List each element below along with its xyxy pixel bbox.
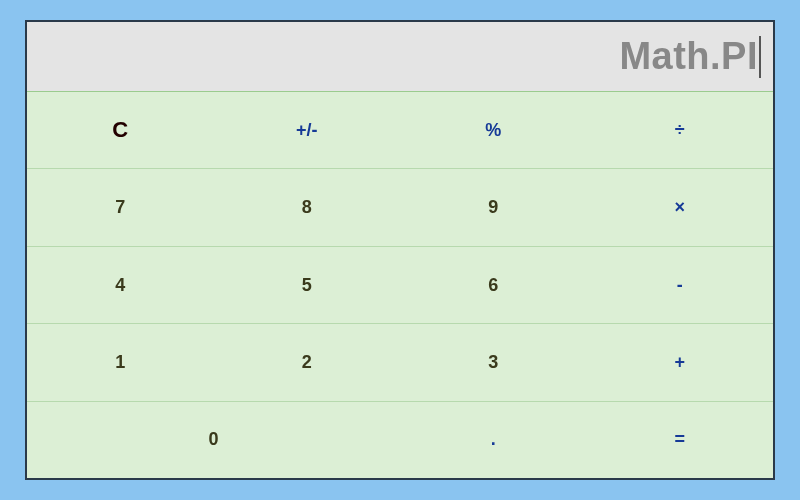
key-0[interactable]: 0 (27, 402, 400, 478)
clear-button[interactable]: C (27, 92, 214, 168)
minus-button[interactable]: - (587, 247, 774, 323)
key-1[interactable]: 1 (27, 324, 214, 400)
decimal-button[interactable]: . (400, 402, 587, 478)
sign-button[interactable]: +/- (214, 92, 401, 168)
key-6[interactable]: 6 (400, 247, 587, 323)
key-5[interactable]: 5 (214, 247, 401, 323)
multiply-button[interactable]: × (587, 169, 774, 245)
key-4[interactable]: 4 (27, 247, 214, 323)
key-9[interactable]: 9 (400, 169, 587, 245)
row-3: 4 5 6 - (27, 246, 773, 323)
display-value: Math.PI (619, 35, 758, 78)
plus-button[interactable]: + (587, 324, 774, 400)
row-2: 7 8 9 × (27, 168, 773, 245)
row-1: C +/- % ÷ (27, 92, 773, 168)
divide-button[interactable]: ÷ (587, 92, 774, 168)
calculator: Math.PI C +/- % ÷ 7 8 9 × 4 5 6 - 1 2 3 … (25, 20, 775, 480)
key-3[interactable]: 3 (400, 324, 587, 400)
keypad: C +/- % ÷ 7 8 9 × 4 5 6 - 1 2 3 + 0 . = (27, 92, 773, 478)
percent-button[interactable]: % (400, 92, 587, 168)
key-2[interactable]: 2 (214, 324, 401, 400)
row-4: 1 2 3 + (27, 323, 773, 400)
key-8[interactable]: 8 (214, 169, 401, 245)
equals-button[interactable]: = (587, 402, 774, 478)
row-5: 0 . = (27, 401, 773, 478)
cursor-icon (759, 36, 761, 78)
display[interactable]: Math.PI (27, 22, 773, 92)
key-7[interactable]: 7 (27, 169, 214, 245)
